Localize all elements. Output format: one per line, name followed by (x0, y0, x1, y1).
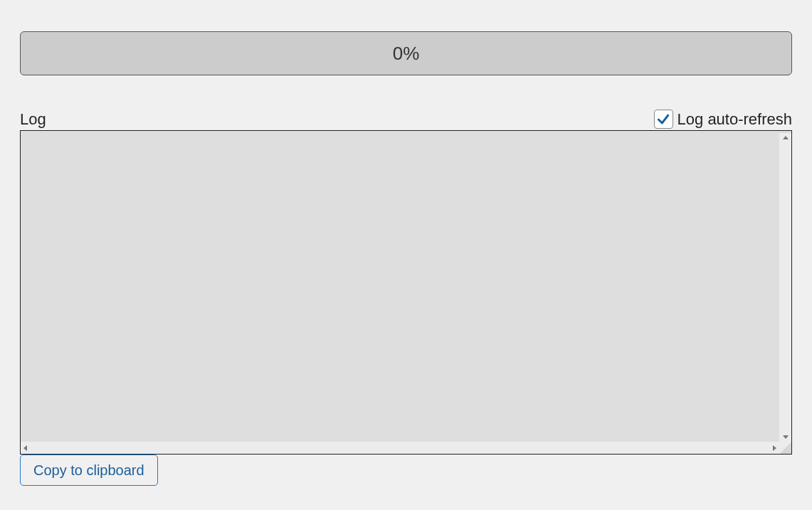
scroll-left-icon (23, 445, 27, 451)
log-textarea[interactable] (20, 130, 792, 455)
log-auto-refresh-checkbox[interactable] (654, 110, 673, 129)
resize-grip-icon[interactable] (779, 442, 791, 454)
scroll-down-icon (783, 435, 789, 439)
vertical-scrollbar[interactable] (779, 133, 791, 442)
checkmark-icon (656, 112, 670, 127)
log-auto-refresh-label: Log auto-refresh (677, 110, 792, 129)
scroll-right-icon (773, 445, 776, 451)
scroll-up-icon (783, 136, 789, 139)
progress-text: 0% (393, 43, 420, 65)
copy-to-clipboard-button[interactable]: Copy to clipboard (20, 455, 158, 486)
copy-button-label: Copy to clipboard (33, 462, 144, 479)
log-label: Log (20, 110, 46, 129)
log-auto-refresh-control[interactable]: Log auto-refresh (654, 110, 792, 129)
log-header: Log Log auto-refresh (20, 110, 792, 129)
log-content (23, 133, 779, 442)
horizontal-scrollbar[interactable] (21, 442, 779, 454)
progress-bar: 0% (20, 31, 792, 75)
